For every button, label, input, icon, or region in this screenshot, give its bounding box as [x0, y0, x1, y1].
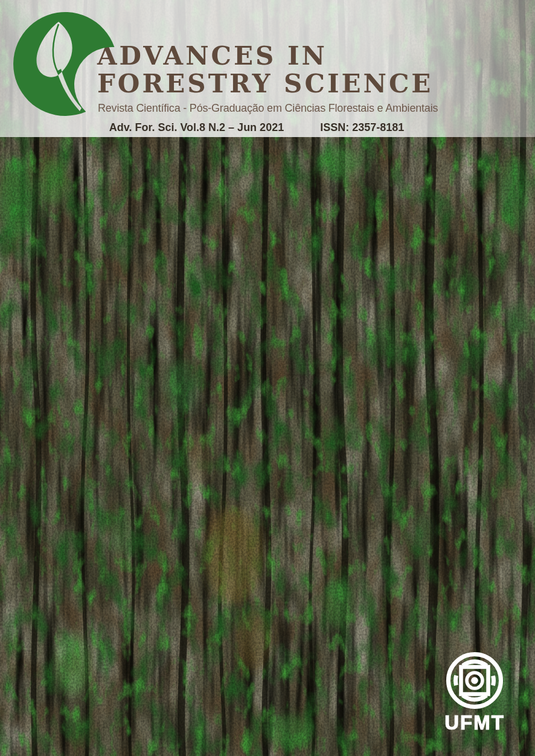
leaf-midrib	[53, 24, 59, 72]
journal-title: ADVANCES IN FORESTRY SCIENCE	[97, 42, 472, 98]
publisher-logo: UFMT	[438, 652, 511, 731]
issn: ISSN: 2357-8181	[320, 121, 404, 134]
ufmt-wordmark: UFMT	[438, 715, 511, 731]
journal-title-line2: FORESTRY SCIENCE	[97, 69, 433, 98]
ufmt-emblem-icon	[446, 652, 504, 710]
journal-subtitle: Revista Científica - Pós-Graduação em Ci…	[98, 102, 472, 114]
journal-cover: ADVANCES IN FORESTRY SCIENCE Revista Cie…	[0, 0, 535, 756]
title-block: ADVANCES IN FORESTRY SCIENCE Revista Cie…	[97, 42, 472, 114]
issue-info-bar: Adv. For. Sci. Vol.8 N.2 – Jun 2021 ISSN…	[0, 121, 524, 134]
journal-title-line1: ADVANCES IN	[97, 41, 327, 71]
leaf-circle-logo-icon	[12, 10, 116, 121]
issue-info: Adv. For. Sci. Vol.8 N.2 – Jun 2021	[109, 121, 284, 134]
